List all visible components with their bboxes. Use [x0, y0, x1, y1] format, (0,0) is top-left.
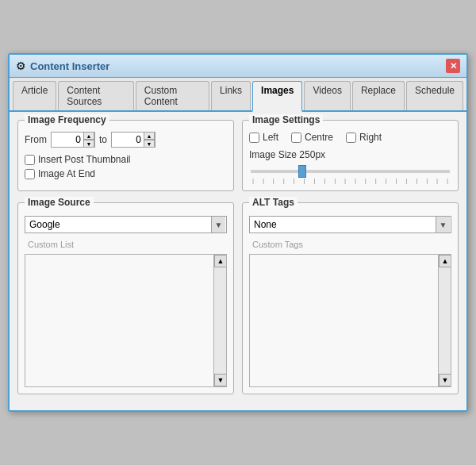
alt-tags-select[interactable]: None Custom Auto — [249, 216, 451, 233]
tick: | — [447, 177, 448, 184]
slider-ticks: | | | | | | | | | | | | | | | — [251, 177, 450, 184]
from-spin-up[interactable]: ▲ — [83, 132, 94, 140]
tab-article[interactable]: Article — [13, 81, 56, 110]
image-source-panel: Image Source Google Bing Yahoo Custom ▼ … — [17, 202, 234, 394]
bottom-row: Image Source Google Bing Yahoo Custom ▼ … — [17, 199, 459, 394]
align-right-checkbox[interactable] — [346, 133, 356, 143]
image-at-end-label[interactable]: Image At End — [38, 168, 95, 179]
app-icon: ⚙ — [16, 60, 26, 72]
tick: | — [252, 177, 254, 184]
title-bar-left: ⚙ Content Inserter — [16, 60, 109, 72]
tab-replace[interactable]: Replace — [352, 81, 405, 110]
source-scroll-down[interactable]: ▼ — [214, 374, 227, 386]
align-centre-option: Centre — [291, 132, 333, 143]
tab-custom-content[interactable]: Custom Content — [136, 81, 209, 110]
align-left-label[interactable]: Left — [263, 132, 278, 143]
align-right-label[interactable]: Right — [359, 132, 382, 143]
tick: | — [436, 177, 438, 184]
alt-tags-title: ALT Tags — [249, 197, 298, 208]
tick: | — [334, 177, 336, 184]
alignment-row: Left Centre Right — [249, 132, 451, 143]
tick: | — [365, 177, 367, 184]
image-size-slider[interactable] — [251, 170, 450, 173]
alt-scroll-down[interactable]: ▼ — [439, 374, 451, 386]
close-button[interactable]: ✕ — [446, 59, 460, 73]
image-at-end-checkbox[interactable] — [25, 169, 35, 179]
image-frequency-title: Image Frequency — [25, 114, 109, 125]
tab-content-area: Image Frequency From ▲ ▼ to ▲ — [10, 112, 466, 410]
tick: | — [324, 177, 325, 184]
to-spin-up[interactable]: ▲ — [144, 132, 155, 140]
tick: | — [416, 177, 417, 184]
tick: | — [405, 177, 407, 184]
alt-tags-select-wrapper: None Custom Auto ▼ — [249, 216, 451, 233]
tab-links[interactable]: Links — [211, 81, 251, 110]
tick: | — [426, 177, 428, 184]
alt-tags-panel: ALT Tags None Custom Auto ▼ Custom Tags … — [242, 202, 459, 394]
to-input[interactable] — [112, 133, 144, 147]
from-spin-down[interactable]: ▼ — [83, 140, 94, 148]
tab-schedule[interactable]: Schedule — [406, 81, 463, 110]
tick: | — [294, 177, 295, 184]
alt-scroll-area: ▲ ▼ — [249, 254, 451, 387]
to-label: to — [99, 134, 107, 145]
insert-thumbnail-row: Insert Post Thumbnail — [25, 154, 227, 165]
insert-thumbnail-label[interactable]: Insert Post Thumbnail — [38, 154, 131, 165]
tick: | — [395, 177, 397, 184]
source-scroll-area: ▲ ▼ — [25, 254, 227, 387]
title-bar: ⚙ Content Inserter ✕ — [10, 55, 466, 78]
from-spin-buttons: ▲ ▼ — [83, 132, 94, 148]
tab-videos[interactable]: Videos — [304, 81, 350, 110]
tick: | — [303, 177, 305, 184]
image-at-end-row: Image At End — [25, 168, 227, 179]
alt-scroll-up[interactable]: ▲ — [439, 255, 451, 267]
to-spin-down[interactable]: ▼ — [144, 140, 155, 148]
image-settings-panel: Image Settings Left Centre Right — [242, 120, 459, 191]
image-frequency-panel: Image Frequency From ▲ ▼ to ▲ — [17, 120, 234, 191]
window-title: Content Inserter — [30, 60, 109, 72]
from-input-wrapper: ▲ ▼ — [51, 132, 95, 148]
source-scroll-up[interactable]: ▲ — [214, 255, 227, 267]
main-window: ⚙ Content Inserter ✕ Article Content Sou… — [8, 53, 468, 412]
source-scrollbar: ▲ ▼ — [213, 255, 226, 386]
align-centre-label[interactable]: Centre — [305, 132, 333, 143]
size-label: Image Size 250px — [249, 149, 451, 160]
tick: | — [386, 177, 387, 184]
align-left-checkbox[interactable] — [249, 133, 259, 143]
tab-content-sources[interactable]: Content Sources — [58, 81, 133, 110]
tick: | — [313, 177, 315, 184]
image-source-title: Image Source — [25, 197, 94, 208]
tick: | — [273, 177, 274, 184]
tick: | — [375, 177, 377, 184]
align-left-option: Left — [249, 132, 278, 143]
image-source-select-wrapper: Google Bing Yahoo Custom ▼ — [25, 216, 227, 233]
top-row: Image Frequency From ▲ ▼ to ▲ — [17, 120, 459, 191]
tab-images[interactable]: Images — [252, 81, 302, 112]
custom-tags-placeholder: Custom Tags — [249, 238, 451, 251]
slider-container: | | | | | | | | | | | | | | | — [249, 163, 451, 184]
alt-scrollbar: ▲ ▼ — [438, 255, 451, 386]
image-settings-title: Image Settings — [249, 114, 323, 125]
from-label: From — [25, 134, 47, 145]
align-right-option: Right — [346, 132, 382, 143]
tick: | — [355, 177, 356, 184]
from-input[interactable] — [52, 133, 83, 147]
frequency-row: From ▲ ▼ to ▲ ▼ — [25, 132, 227, 148]
insert-thumbnail-checkbox[interactable] — [25, 155, 35, 165]
tick: | — [283, 177, 285, 184]
custom-list-placeholder: Custom List — [25, 238, 227, 251]
align-centre-checkbox[interactable] — [291, 133, 301, 143]
to-input-wrapper: ▲ ▼ — [111, 132, 155, 148]
tick: | — [263, 177, 264, 184]
tab-bar: Article Content Sources Custom Content L… — [10, 78, 466, 112]
to-spin-buttons: ▲ ▼ — [144, 132, 155, 148]
tick: | — [344, 177, 346, 184]
image-source-select[interactable]: Google Bing Yahoo Custom — [25, 216, 227, 233]
